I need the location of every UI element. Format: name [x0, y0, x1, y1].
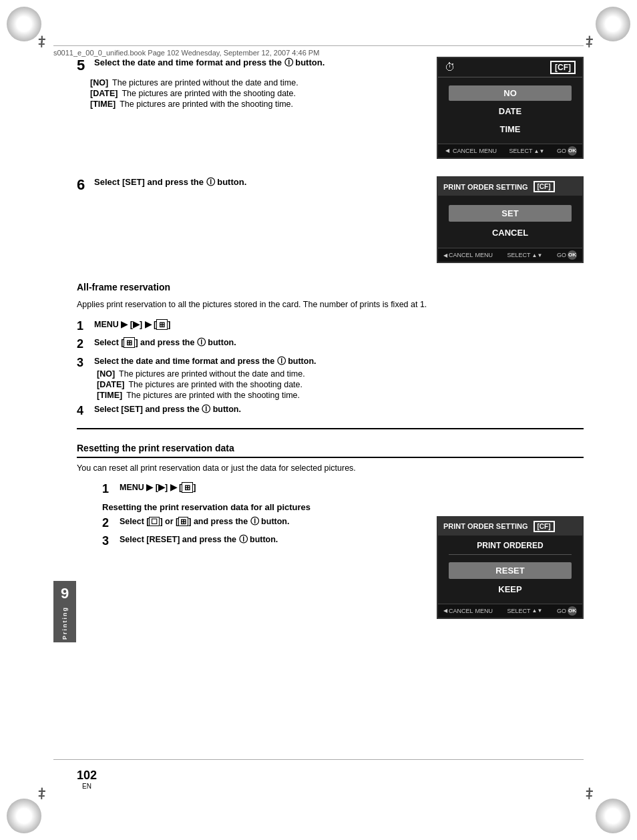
ok-btn-3: OK — [568, 606, 577, 616]
reset-sub-header: Resetting the print reservation data for… — [102, 502, 584, 512]
af-step-num-4: 4 — [77, 404, 90, 419]
menu-item-set[interactable]: SET — [449, 205, 572, 222]
cam-ui-1-body: NO DATE TIME — [438, 80, 582, 144]
af-opt-no: [NO] The pictures are printed without th… — [97, 369, 584, 379]
bottom-rule — [53, 759, 584, 760]
menu-item-no[interactable]: NO — [449, 85, 572, 101]
step-5-number: 5 — [77, 57, 91, 74]
option-date: [DATE] The pictures are printed with the… — [90, 89, 426, 98]
menu-item-time[interactable]: TIME — [449, 122, 572, 137]
crosshair-tl: + — [38, 37, 51, 51]
crosshair-bl: + — [38, 789, 51, 803]
footer-cancel-3: ◀ CANCEL MENU — [443, 606, 493, 616]
step-6-text: Select [SET] and press the Ⓘ button. — [94, 176, 426, 188]
cam-footer-2: ◀ CANCEL MENU SELECT▲▼ GOOK — [438, 248, 582, 262]
footer-go-ok-2: GOOK — [557, 250, 577, 260]
af-step-num-3: 3 — [77, 356, 90, 371]
af-step-1-content: MENU ▶ [▶] ▶ [⊞] — [94, 319, 584, 329]
menu-item-reset[interactable]: RESET — [449, 562, 572, 579]
cam-ui-2-body: SET CANCEL — [438, 196, 582, 248]
step-6-number: 6 — [77, 176, 91, 194]
print-order-title-2: PRINT ORDER SETTING [CF] — [438, 178, 582, 196]
camera-screen-1: ⏱ [CF] NO DATE TIME ◀ CANCEL MENU — [437, 57, 584, 159]
menu-item-cancel[interactable]: CANCEL — [449, 224, 572, 241]
cam-footer-1: ◀ CANCEL MENU SELECT▲▼ GOOK — [438, 144, 582, 158]
step-6-with-image: 6 Select [SET] and press the Ⓘ button. P… — [77, 176, 584, 268]
reset-step-3: 3 Select [RESET] and press the Ⓘ button. — [102, 534, 426, 549]
af-step-num-2: 2 — [77, 337, 90, 352]
reset-step-2-content: Select [☐] or [⊞] and press the Ⓘ button… — [120, 516, 426, 528]
step-6-header: 6 Select [SET] and press the Ⓘ button. — [77, 176, 426, 194]
print-order-label-2: PRINT ORDER SETTING — [443, 183, 528, 191]
reset-step-1-content: MENU ▶ [▶] ▶ [⊞] — [120, 482, 584, 492]
af-opt-time: [TIME] The pictures are printed with the… — [97, 391, 584, 400]
cam-ui-3-body: RESET KEEP — [438, 558, 582, 604]
all-frame-step-1: 1 MENU ▶ [▶] ▶ [⊞] — [77, 319, 584, 334]
step-5-left: 5 Select the date and time format and pr… — [77, 57, 426, 110]
po-cf-3: [CF] — [534, 521, 555, 532]
reset-header: Resetting the print reservation data — [77, 443, 584, 458]
reset-section: Resetting the print reservation data You… — [77, 443, 584, 624]
footer-go-ok: GOOK — [557, 146, 577, 156]
menu-item-keep[interactable]: KEEP — [449, 581, 572, 598]
option-no: [NO] The pictures are printed without th… — [90, 78, 426, 87]
all-frame-step-4: 4 Select [SET] and press the Ⓘ button. — [77, 404, 584, 419]
arrow-icon: ◀ — [443, 147, 451, 155]
cam-ui-3: PRINT ORDER SETTING [CF] PRINT ORDERED R… — [437, 516, 584, 624]
step-5-header: 5 Select the date and time format and pr… — [77, 57, 426, 74]
ok-btn: OK — [568, 146, 577, 156]
page-sub: EN — [77, 783, 97, 790]
step-5-with-image: 5 Select the date and time format and pr… — [77, 57, 584, 164]
all-frame-step-3: 3 Select the date and time format and pr… — [77, 356, 584, 401]
footer-cancel-2: ◀ CANCEL MENU — [443, 250, 493, 260]
page-number-block: 102 EN — [77, 769, 97, 790]
step-5-text: Select the date and time format and pres… — [94, 57, 426, 69]
footer-select-3: SELECT▲▼ — [507, 606, 543, 616]
step-5-options: [NO] The pictures are printed without th… — [90, 78, 426, 109]
crosshair-br: + — [586, 789, 599, 803]
chapter-label: Printing — [61, 606, 68, 640]
all-frame-section: All-frame reservation Applies print rese… — [77, 282, 584, 419]
chapter-number: 9 — [61, 586, 69, 601]
menu-item-date[interactable]: DATE — [449, 103, 572, 119]
reset-steps-with-image: 2 Select [☐] or [⊞] and press the Ⓘ butt… — [77, 516, 584, 624]
reset-step-num-1: 1 — [102, 482, 116, 497]
all-frame-step-2: 2 Select [⊞] and press the Ⓘ button. — [77, 337, 584, 352]
reset-step-num-3: 3 — [102, 534, 116, 549]
cam-ui-2: PRINT ORDER SETTING [CF] SET CANCEL ◀ CA… — [437, 176, 584, 268]
reset-desc: You can reset all print reservation data… — [77, 462, 584, 475]
camera-screen-3: PRINT ORDER SETTING [CF] PRINT ORDERED R… — [437, 516, 584, 619]
file-info: s0011_e_00_0_unified.book Page 102 Wedne… — [53, 49, 319, 57]
footer-go-ok-3: GOOK — [557, 606, 577, 616]
af-step-4-content: Select [SET] and press the Ⓘ button. — [94, 404, 584, 415]
cf-label-1: [CF] — [550, 61, 576, 74]
cam-ui-1-icon-row: ⏱ [CF] — [438, 58, 582, 74]
af-opt-date: [DATE] The pictures are printed with the… — [97, 380, 584, 389]
page-num: 102 — [77, 769, 97, 782]
main-content: 5 Select the date and time format and pr… — [77, 57, 584, 624]
reset-step-3-content: Select [RESET] and press the Ⓘ button. — [120, 534, 426, 546]
header-line: s0011_e_00_0_unified.book Page 102 Wedne… — [53, 45, 584, 57]
footer-cancel: ◀ CANCEL MENU — [443, 146, 497, 156]
step-6-block: 6 Select [SET] and press the Ⓘ button. P… — [77, 176, 584, 268]
print-order-title-3: PRINT ORDER SETTING [CF] — [438, 517, 582, 536]
reset-step-2: 2 Select [☐] or [⊞] and press the Ⓘ butt… — [102, 516, 426, 531]
af-step-3-options: [NO] The pictures are printed without th… — [97, 369, 584, 400]
af-step-3-content: Select the date and time format and pres… — [94, 356, 584, 401]
po-cf-2: [CF] — [534, 181, 555, 192]
camera-screen-2: PRINT ORDER SETTING [CF] SET CANCEL ◀ CA… — [437, 176, 584, 263]
all-frame-desc: Applies print reservation to all the pic… — [77, 298, 584, 311]
step-6-left: 6 Select [SET] and press the Ⓘ button. — [77, 176, 426, 198]
crosshair-tr: + — [586, 37, 599, 51]
cam-footer-3: ◀ CANCEL MENU SELECT▲▼ GOOK — [438, 604, 582, 618]
step-5-block: 5 Select the date and time format and pr… — [77, 57, 584, 164]
footer-select: SELECT▲▼ — [509, 146, 545, 156]
option-time: [TIME] The pictures are printed with the… — [90, 99, 426, 109]
ok-btn-2: OK — [568, 250, 577, 260]
print-order-label-3: PRINT ORDER SETTING — [443, 522, 528, 530]
cam-ui-1: ⏱ [CF] NO DATE TIME ◀ CANCEL MENU — [437, 57, 584, 164]
print-ordered-label: PRINT ORDERED — [438, 536, 582, 553]
clock-icon: ⏱ — [445, 61, 455, 73]
af-step-num-1: 1 — [77, 319, 90, 334]
section-divider — [77, 428, 584, 429]
